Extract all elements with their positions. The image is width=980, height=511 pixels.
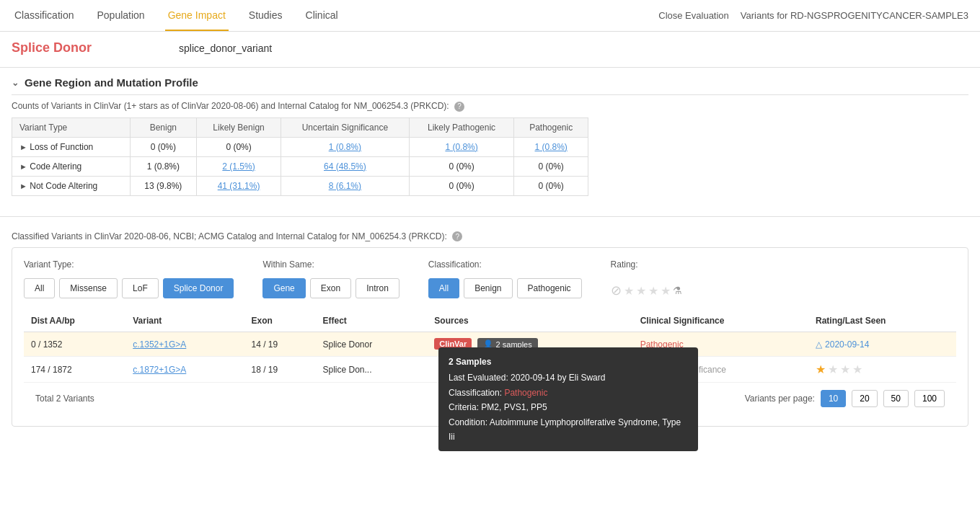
nav-tabs: Classification Population Gene Impact St… <box>12 1 341 31</box>
likely-path-lof-link[interactable]: 1 (0.8%) <box>445 142 477 152</box>
col-clinical-sig: Clinical Significance <box>633 310 808 332</box>
uncertain-ca-link[interactable]: 64 (48.5%) <box>324 161 366 172</box>
col-variant: Variant <box>125 310 244 332</box>
col-dist: Dist AA/bp <box>24 310 125 332</box>
tooltip-classification: Classification: Pathogenic <box>449 386 688 400</box>
no-rating-icon[interactable]: ⊘ <box>611 283 622 298</box>
variant-count-table: Variant Type Benign Likely Benign Uncert… <box>12 117 588 196</box>
tooltip-title: 2 Samples <box>449 355 688 369</box>
classification-filter: Classification: All Benign Pathogenic <box>428 259 582 298</box>
exon-cell-2: 18 / 19 <box>244 357 315 383</box>
col-exon: Exon <box>244 310 315 332</box>
rating-last-seen-cell-2: ★ ★ ★ ★ <box>808 357 956 383</box>
btn-all-variant[interactable]: All <box>24 278 55 298</box>
star-2-icon[interactable]: ★ <box>636 284 646 298</box>
effect-cell-2: Splice Don... <box>315 357 427 383</box>
flask-icon[interactable]: ⚗ <box>673 285 682 296</box>
tooltip-condition-label: Condition: <box>449 417 487 427</box>
col-rating-last-seen: Rating/Last Seen <box>808 310 956 332</box>
top-nav: Classification Population Gene Impact St… <box>0 0 980 32</box>
col-likely-pathogenic: Likely Pathogenic <box>409 117 514 137</box>
likely-benign-ca-link[interactable]: 2 (1.5%) <box>222 161 255 172</box>
gene-region-desc: Counts of Variants in ClinVar (1+ stars … <box>12 101 968 112</box>
tooltip-criteria-value: PM2, PVS1, PP5 <box>481 402 547 412</box>
filter-row: Variant Type: All Missense LoF Splice Do… <box>24 259 956 298</box>
btn-splice-donor[interactable]: Splice Donor <box>163 278 234 298</box>
col-pathogenic: Pathogenic <box>514 117 588 137</box>
page-20-btn[interactable]: 20 <box>852 390 877 407</box>
gene-region-section: ⌄ Gene Region and Mutation Profile Count… <box>0 71 980 213</box>
tab-studies[interactable]: Studies <box>246 1 286 31</box>
exon-cell-1: 14 / 19 <box>244 332 315 357</box>
dist-cell-1: 0 / 1352 <box>24 332 125 357</box>
expand-arrow[interactable]: ► <box>19 162 27 171</box>
tab-clinical[interactable]: Clinical <box>303 1 341 31</box>
tooltip-condition: Condition: Autoimmune Lymphoproliferativ… <box>449 415 688 445</box>
page-10-btn[interactable]: 10 <box>821 390 846 407</box>
tab-population[interactable]: Population <box>94 1 147 31</box>
expand-arrow[interactable]: ► <box>19 182 27 190</box>
table-row: ► Code Altering 1 (0.8%) 2 (1.5%) 64 (48… <box>12 156 588 176</box>
star-4-icon[interactable]: ★ <box>661 284 671 298</box>
page-50-btn[interactable]: 50 <box>883 390 909 407</box>
splice-donor-title: Splice Donor <box>12 40 156 55</box>
variant-cell-1[interactable]: c.1352+1G>A <box>125 332 244 357</box>
section-header: ⌄ Gene Region and Mutation Profile <box>12 76 968 95</box>
variant-type-buttons: All Missense LoF Splice Donor <box>24 278 234 298</box>
tab-classification[interactable]: Classification <box>12 1 76 31</box>
tooltip-classification-label: Classification: <box>449 388 502 398</box>
within-same-label: Within Same: <box>262 259 399 270</box>
tooltip-box: 2 Samples Last Evaluated: 2020-09-14 by … <box>438 347 698 451</box>
star-empty-icon: ★ <box>828 363 838 376</box>
btn-exon[interactable]: Exon <box>310 278 351 298</box>
col-uncertain: Uncertain Significance <box>281 117 410 137</box>
filters-container: Variant Type: All Missense LoF Splice Do… <box>12 247 968 427</box>
uncertain-nca-link[interactable]: 8 (6.1%) <box>329 181 361 191</box>
classification-label: Classification: <box>428 259 582 270</box>
btn-pathogenic[interactable]: Pathogenic <box>517 278 582 298</box>
header-row: Splice Donor splice_donor_variant <box>0 32 980 64</box>
pagination-label: Variants per page: <box>745 394 815 404</box>
info-icon[interactable]: ? <box>454 102 464 112</box>
btn-benign[interactable]: Benign <box>464 278 512 298</box>
collapse-icon[interactable]: ⌄ <box>12 78 19 88</box>
star-empty-2-icon: ★ <box>840 363 850 376</box>
btn-lof[interactable]: LoF <box>122 278 159 298</box>
section-title: Gene Region and Mutation Profile <box>25 76 198 89</box>
star-empty-3-icon: ★ <box>852 363 862 376</box>
calendar-icon: △ <box>816 339 822 350</box>
col-effect: Effect <box>315 310 427 332</box>
col-variant-type: Variant Type <box>12 117 131 137</box>
page-100-btn[interactable]: 100 <box>914 390 945 407</box>
col-likely-benign: Likely Benign <box>197 117 281 137</box>
total-variants: Total 2 Variants <box>35 394 94 404</box>
btn-gene[interactable]: Gene <box>262 278 305 298</box>
tooltip-last-evaluated: Last Evaluated: 2020-09-14 by Eli Sward <box>449 370 688 385</box>
tooltip-classification-value: Pathogenic <box>504 388 547 398</box>
rating-last-seen-cell-1: △ 2020-09-14 <box>808 332 956 357</box>
star-1-icon[interactable]: ★ <box>624 284 634 298</box>
classified-desc: Classified Variants in ClinVar 2020-08-0… <box>12 231 968 242</box>
within-same-buttons: Gene Exon Intron <box>262 278 399 298</box>
close-evaluation-link[interactable]: Close Evaluation <box>658 10 729 21</box>
rating-label: Rating: <box>611 259 682 270</box>
variant-type-label: Variant Type: <box>24 259 234 270</box>
btn-intron[interactable]: Intron <box>356 278 399 298</box>
variant-cell-2[interactable]: c.1872+1G>A <box>125 357 244 383</box>
table-row: ► Loss of Function 0 (0%) 0 (0%) 1 (0.8%… <box>12 137 588 156</box>
variants-link[interactable]: Variants for RD-NGSPROGENITYCANCER-SAMPL… <box>741 10 968 21</box>
classified-info-icon[interactable]: ? <box>452 231 462 241</box>
tab-gene-impact[interactable]: Gene Impact <box>165 1 229 31</box>
classified-variants-section: Classified Variants in ClinVar 2020-08-0… <box>0 220 980 439</box>
btn-all-class[interactable]: All <box>428 278 459 298</box>
expand-arrow[interactable]: ► <box>19 143 27 151</box>
star-3-icon[interactable]: ★ <box>648 284 658 298</box>
tooltip-criteria-label: Criteria: <box>449 402 479 412</box>
tooltip-criteria: Criteria: PM2, PVS1, PP5 <box>449 400 688 414</box>
path-lof-link[interactable]: 1 (0.8%) <box>535 142 568 152</box>
uncertain-lof-link[interactable]: 1 (0.8%) <box>329 142 361 152</box>
rating-icons: ⊘ ★ ★ ★ ★ ⚗ <box>611 283 682 298</box>
likely-benign-nca-link[interactable]: 41 (31.1%) <box>218 181 260 191</box>
variant-type-filter: Variant Type: All Missense LoF Splice Do… <box>24 259 234 298</box>
btn-missense[interactable]: Missense <box>59 278 118 298</box>
